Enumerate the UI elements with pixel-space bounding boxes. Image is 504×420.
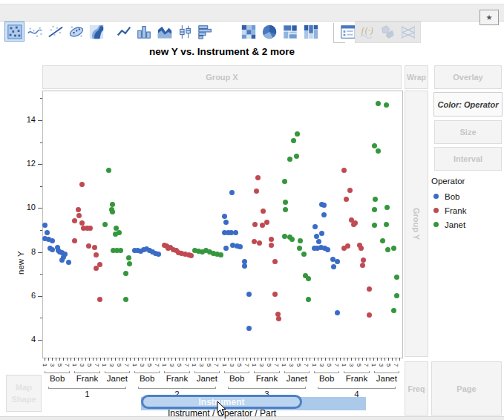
data-point-frank[interactable] <box>97 297 102 302</box>
drop-zone-freq[interactable]: Freq <box>405 361 428 416</box>
data-point-frank[interactable] <box>76 207 81 212</box>
drop-zone-overlay[interactable]: Overlay <box>434 65 502 89</box>
data-point-janet[interactable] <box>391 308 396 313</box>
data-point-janet[interactable] <box>294 154 299 159</box>
data-point-frank[interactable] <box>269 237 274 242</box>
data-point-frank[interactable] <box>359 246 364 251</box>
data-point-frank[interactable] <box>189 253 194 258</box>
data-point-frank[interactable] <box>88 226 93 231</box>
data-point-janet[interactable] <box>110 202 115 207</box>
data-point-janet[interactable] <box>118 248 123 253</box>
data-point-bob[interactable] <box>314 234 319 239</box>
data-point-bob[interactable] <box>223 246 229 251</box>
data-point-frank[interactable] <box>72 238 77 243</box>
drop-zone-interval[interactable]: Interval <box>434 147 502 171</box>
data-point-bob[interactable] <box>229 190 235 195</box>
data-point-janet[interactable] <box>380 238 385 243</box>
data-point-bob[interactable] <box>238 244 243 249</box>
data-point-janet[interactable] <box>372 223 377 228</box>
data-point-frank[interactable] <box>264 220 269 225</box>
data-point-frank[interactable] <box>344 197 349 202</box>
contour-icon[interactable] <box>86 22 106 42</box>
data-point-bob[interactable] <box>222 214 227 219</box>
heatmap-icon[interactable] <box>238 22 258 42</box>
data-point-frank[interactable] <box>261 209 266 214</box>
data-point-frank[interactable] <box>94 266 99 271</box>
data-point-bob[interactable] <box>50 247 55 252</box>
box-plot-icon[interactable] <box>174 22 194 42</box>
data-point-janet[interactable] <box>287 157 292 162</box>
histogram-icon[interactable] <box>195 22 215 42</box>
data-point-janet[interactable] <box>102 222 108 227</box>
data-point-bob[interactable] <box>335 259 340 264</box>
treemap-icon[interactable] <box>280 22 300 42</box>
area-icon[interactable] <box>154 22 174 42</box>
data-point-janet[interactable] <box>376 101 381 106</box>
data-point-janet[interactable] <box>301 252 307 257</box>
ellipse-icon[interactable] <box>66 22 86 42</box>
data-point-frank[interactable] <box>79 220 85 226</box>
data-point-janet[interactable] <box>282 179 287 184</box>
data-point-janet[interactable] <box>394 275 399 280</box>
data-point-bob[interactable] <box>66 260 71 265</box>
data-point-frank[interactable] <box>272 259 278 264</box>
drop-zone-group-x[interactable]: Group X <box>42 65 402 89</box>
data-point-janet[interactable] <box>289 237 295 242</box>
data-point-frank[interactable] <box>269 243 274 248</box>
legend-item-frank[interactable]: Frank <box>431 203 502 217</box>
bar-icon[interactable] <box>134 22 154 42</box>
line-icon[interactable] <box>114 22 134 42</box>
data-point-janet[interactable] <box>127 261 132 266</box>
smoother-icon[interactable] <box>24 22 45 42</box>
data-point-bob[interactable] <box>331 264 336 269</box>
data-point-frank[interactable] <box>94 252 99 257</box>
data-point-frank[interactable] <box>72 218 77 223</box>
data-point-bob[interactable] <box>242 263 247 269</box>
data-point-bob[interactable] <box>321 203 327 208</box>
data-point-janet[interactable] <box>384 102 389 108</box>
data-point-bob[interactable] <box>42 223 48 228</box>
drop-zone-map-shape[interactable]: Map Shape <box>6 375 42 412</box>
data-point-bob[interactable] <box>156 252 161 257</box>
points-icon[interactable] <box>4 22 24 42</box>
data-point-janet[interactable] <box>372 207 377 212</box>
data-point-frank[interactable] <box>341 168 347 173</box>
line-of-fit-icon[interactable] <box>45 22 65 42</box>
data-point-frank[interactable] <box>92 245 97 250</box>
data-point-frank[interactable] <box>254 188 259 194</box>
data-point-janet[interactable] <box>384 205 390 210</box>
data-point-janet[interactable] <box>126 255 131 260</box>
data-point-frank[interactable] <box>252 222 258 227</box>
drop-zone-wrap[interactable]: Wrap <box>405 65 428 89</box>
data-point-bob[interactable] <box>312 224 318 229</box>
data-point-frank[interactable] <box>367 286 372 292</box>
mosaic-icon[interactable] <box>301 22 321 42</box>
data-point-janet[interactable] <box>110 209 115 214</box>
data-point-frank[interactable] <box>345 243 350 249</box>
data-point-janet[interactable] <box>218 252 223 257</box>
data-point-janet[interactable] <box>298 238 303 243</box>
data-point-bob[interactable] <box>233 230 238 235</box>
data-point-frank[interactable] <box>272 292 278 297</box>
data-point-bob[interactable] <box>335 310 340 315</box>
data-point-janet[interactable] <box>283 207 288 212</box>
data-point-janet[interactable] <box>117 230 122 235</box>
data-point-janet[interactable] <box>106 168 111 173</box>
data-point-bob[interactable] <box>325 247 330 252</box>
data-point-janet[interactable] <box>306 297 311 302</box>
data-point-janet[interactable] <box>306 276 311 281</box>
data-point-bob[interactable] <box>45 230 50 235</box>
data-point-janet[interactable] <box>123 271 128 276</box>
data-point-janet[interactable] <box>384 222 389 227</box>
data-point-bob[interactable] <box>246 292 252 297</box>
data-point-janet[interactable] <box>394 293 399 298</box>
drop-zone-page[interactable]: Page <box>431 361 502 416</box>
data-point-frank[interactable] <box>86 243 91 249</box>
scatter-plot-area[interactable] <box>42 91 403 358</box>
drop-zone-group-y[interactable]: Group Y <box>405 91 428 357</box>
data-point-janet[interactable] <box>283 200 288 205</box>
data-point-frank[interactable] <box>252 239 257 244</box>
data-point-janet[interactable] <box>297 246 302 251</box>
data-point-bob[interactable] <box>246 326 252 331</box>
data-point-janet[interactable] <box>372 143 377 148</box>
